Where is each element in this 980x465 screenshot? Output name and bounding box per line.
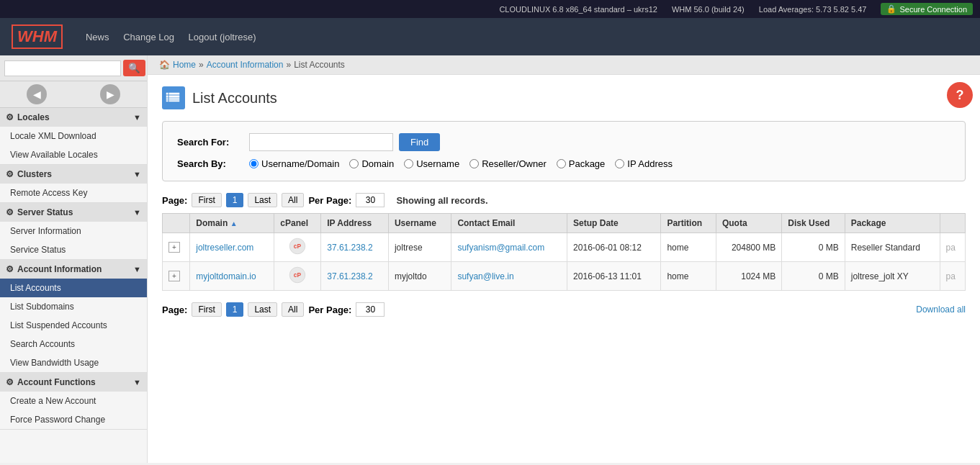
email-link-0[interactable]: sufyanism@gmail.com xyxy=(457,243,544,253)
sidebar-item-force-password-change[interactable]: Force Password Change xyxy=(0,410,147,429)
find-button[interactable]: Find xyxy=(399,133,440,151)
search-for-input[interactable] xyxy=(249,133,393,151)
page-title-area: List Accounts xyxy=(162,86,966,109)
row-disk-0: 0 MB xyxy=(782,233,845,262)
th-cpanel: cPanel xyxy=(274,214,321,233)
ip-link-1[interactable]: 37.61.238.2 xyxy=(327,271,372,281)
domain-link-1[interactable]: myjoltdomain.io xyxy=(196,271,256,281)
sidebar-search-input[interactable] xyxy=(4,60,121,76)
nav-news[interactable]: News xyxy=(80,29,115,45)
sidebar-search-button[interactable]: 🔍 xyxy=(123,60,145,76)
row-package-1: joltrese_jolt XY xyxy=(845,262,940,291)
search-by-options: Username/Domain Domain Username Reseller… xyxy=(249,158,673,169)
sidebar-item-service-status[interactable]: Service Status xyxy=(0,240,147,259)
th-domain[interactable]: Domain ▲ xyxy=(190,214,274,233)
sidebar-section-header-account_information[interactable]: ⚙Account Information▼ xyxy=(0,260,147,279)
all-pages-bottom[interactable]: All xyxy=(282,302,304,317)
all-pages-top[interactable]: All xyxy=(282,193,304,207)
sidebar-item-list-suspended-accounts[interactable]: List Suspended Accounts xyxy=(0,316,147,335)
table-row: +joltreseller.com cP 37.61.238.2joltrese… xyxy=(163,233,966,262)
email-link-1[interactable]: sufyan@live.in xyxy=(457,271,513,281)
th-package: Package xyxy=(845,214,940,233)
download-all-link[interactable]: Download all xyxy=(916,304,966,315)
sidebar-item-list-subdomains[interactable]: List Subdomains xyxy=(0,297,147,316)
row-partition-0: home xyxy=(661,233,716,262)
row-cpanel-0[interactable]: cP xyxy=(274,233,321,262)
row-setup-0: 2016-06-01 08:12 xyxy=(567,233,661,262)
sidebar-item-list-accounts[interactable]: List Accounts xyxy=(0,279,147,297)
radio-ip[interactable]: IP Address xyxy=(615,158,673,169)
expand-button-1[interactable]: + xyxy=(168,271,180,281)
pagination-top: Page: First 1 Last All Per Page: Showing… xyxy=(162,193,966,207)
breadcrumb-home-icon: 🏠 xyxy=(159,60,170,70)
nav-logout[interactable]: Logout (joltrese) xyxy=(183,29,262,45)
row-domain-1: myjoltdomain.io xyxy=(190,262,274,291)
sidebar-item-locale-xml-download[interactable]: Locale XML Download xyxy=(0,127,147,145)
last-page-bottom[interactable]: Last xyxy=(248,302,277,317)
sidebar-section-header-locales[interactable]: ⚙Locales▼ xyxy=(0,108,147,127)
sidebar-item-view-available-locales[interactable]: View Available Locales xyxy=(0,145,147,164)
breadcrumb-current: List Accounts xyxy=(294,60,345,70)
th-username: Username xyxy=(388,214,451,233)
radio-package[interactable]: Package xyxy=(557,158,606,169)
sidebar-item-view-bandwidth-usage[interactable]: View Bandwidth Usage xyxy=(0,353,147,372)
cpanel-icon[interactable]: cP xyxy=(289,238,306,255)
svg-text:cP: cP xyxy=(294,243,302,250)
search-for-row: Search For: Find xyxy=(177,133,950,151)
row-cpanel-1[interactable]: cP xyxy=(274,262,321,291)
search-by-row: Search By: Username/Domain Domain Userna… xyxy=(177,158,950,169)
sidebar-item-search-accounts[interactable]: Search Accounts xyxy=(0,335,147,353)
row-expand-1[interactable]: + xyxy=(163,262,190,291)
sidebar-item-create-a-new-account[interactable]: Create a New Account xyxy=(0,392,147,410)
breadcrumb-account-info-link[interactable]: Account Information xyxy=(207,60,284,70)
system-info: CLOUDLINUX 6.8 x86_64 standard – ukrs12 xyxy=(499,5,657,14)
sidebar-section-header-clusters[interactable]: ⚙Clusters▼ xyxy=(0,165,147,184)
current-page-bottom[interactable]: 1 xyxy=(226,302,244,317)
main-content: ? List Accounts xyxy=(148,75,980,463)
radio-domain[interactable]: Domain xyxy=(349,158,394,169)
sidebar-section-header-account_functions[interactable]: ⚙Account Functions▼ xyxy=(0,373,147,392)
last-page-top[interactable]: Last xyxy=(248,193,277,207)
th-partition: Partition xyxy=(661,214,716,233)
breadcrumb-home-link[interactable]: Home xyxy=(173,60,196,70)
radio-username-domain[interactable]: Username/Domain xyxy=(249,158,339,169)
radio-username[interactable]: Username xyxy=(404,158,459,169)
expand-button-0[interactable]: + xyxy=(168,242,180,253)
per-page-input-bottom[interactable] xyxy=(356,302,385,317)
row-ip-1: 37.61.238.2 xyxy=(321,262,389,291)
first-page-top[interactable]: First xyxy=(192,193,221,207)
row-expand-0[interactable]: + xyxy=(163,233,190,262)
sidebar-section-header-server_status[interactable]: ⚙Server Status▼ xyxy=(0,203,147,222)
nav-back-button[interactable]: ◀ xyxy=(27,84,47,104)
domain-link-0[interactable]: joltreseller.com xyxy=(196,243,253,253)
th-quota: Quota xyxy=(716,214,781,233)
cpanel-icon[interactable]: cP xyxy=(289,266,306,284)
row-domain-0: joltreseller.com xyxy=(190,233,274,262)
search-box: Search For: Find Search By: Username/Dom… xyxy=(162,121,966,181)
sidebar: 🔍 ◀ ▶ ⚙Locales▼Locale XML DownloadView A… xyxy=(0,55,148,463)
sidebar-item-server-information[interactable]: Server Information xyxy=(0,222,147,240)
sidebar-sections: ⚙Locales▼Locale XML DownloadView Availab… xyxy=(0,108,147,430)
th-expand xyxy=(163,214,190,233)
help-icon[interactable]: ? xyxy=(947,82,973,108)
page-title: List Accounts xyxy=(192,90,277,107)
th-actions xyxy=(940,214,965,233)
current-page-top[interactable]: 1 xyxy=(226,193,244,207)
row-actions-0[interactable]: pa xyxy=(940,233,965,262)
radio-reseller[interactable]: Reseller/Owner xyxy=(469,158,547,169)
sort-arrow: ▲ xyxy=(230,220,238,227)
sidebar-item-remote-access-key[interactable]: Remote Access Key xyxy=(0,184,147,202)
pagination-bottom-left: Page: First 1 Last All Per Page: xyxy=(162,302,385,317)
nav-forward-button[interactable]: ▶ xyxy=(100,84,120,104)
row-actions-1[interactable]: pa xyxy=(940,262,965,291)
sidebar-section-clusters: ⚙Clusters▼Remote Access Key xyxy=(0,165,147,203)
ip-link-0[interactable]: 37.61.238.2 xyxy=(327,243,372,253)
sidebar-section-account_information: ⚙Account Information▼List AccountsList S… xyxy=(0,260,147,373)
first-page-bottom[interactable]: First xyxy=(192,302,221,317)
list-accounts-icon xyxy=(166,91,181,104)
row-email-0: sufyanism@gmail.com xyxy=(451,233,567,262)
row-partition-1: home xyxy=(661,262,716,291)
per-page-input-top[interactable] xyxy=(356,193,385,207)
whm-version: WHM 56.0 (build 24) xyxy=(672,5,745,14)
nav-changelog[interactable]: Change Log xyxy=(117,29,180,45)
